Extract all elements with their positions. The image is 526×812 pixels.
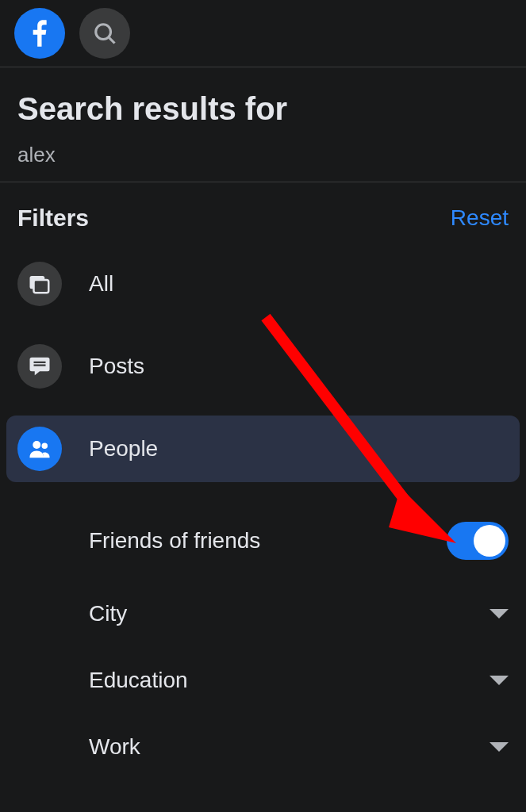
svg-rect-4 xyxy=(36,283,40,286)
sub-filter-city[interactable]: City xyxy=(17,580,509,647)
sub-filter-education[interactable]: Education xyxy=(17,647,509,714)
filter-item-people[interactable]: People xyxy=(6,416,520,482)
svg-rect-7 xyxy=(34,365,46,366)
svg-point-9 xyxy=(42,443,48,450)
sub-filter-label: City xyxy=(89,601,127,626)
svg-rect-6 xyxy=(34,362,46,363)
svg-point-0 xyxy=(96,25,111,40)
svg-point-8 xyxy=(33,441,40,449)
filter-category-list: All Posts People xyxy=(0,247,526,501)
friends-of-friends-toggle[interactable] xyxy=(447,522,509,560)
chevron-down-icon xyxy=(490,742,509,752)
sub-filter-friends-of-friends: Friends of friends xyxy=(17,501,509,580)
toggle-handle xyxy=(474,525,505,557)
filter-item-posts[interactable]: Posts xyxy=(6,333,520,400)
facebook-icon xyxy=(24,17,56,49)
filter-item-all[interactable]: All xyxy=(6,251,520,317)
svg-line-1 xyxy=(109,38,115,44)
svg-rect-3 xyxy=(34,280,49,293)
top-bar xyxy=(0,0,526,67)
chevron-down-icon xyxy=(490,676,509,685)
filter-label: Posts xyxy=(89,354,144,379)
search-button[interactable] xyxy=(79,8,130,59)
sub-filter-label: Friends of friends xyxy=(89,528,260,553)
filter-label: People xyxy=(89,436,158,462)
svg-rect-5 xyxy=(36,287,45,289)
facebook-logo[interactable] xyxy=(14,8,65,59)
filters-title: Filters xyxy=(17,205,89,232)
filter-label: All xyxy=(89,271,113,297)
all-icon xyxy=(17,262,62,306)
sub-filter-label: Education xyxy=(89,668,188,693)
sub-filter-list: Friends of friends City Education Work xyxy=(0,501,526,780)
search-term: alex xyxy=(17,143,509,167)
sub-filter-label: Work xyxy=(89,734,140,760)
people-icon xyxy=(17,427,62,471)
chevron-down-icon xyxy=(490,609,509,619)
posts-icon xyxy=(17,344,62,389)
page-title: Search results for xyxy=(17,91,509,127)
filters-header: Filters Reset xyxy=(0,182,526,247)
header-section: Search results for alex xyxy=(0,67,526,182)
search-icon xyxy=(93,21,117,45)
sub-filter-work[interactable]: Work xyxy=(17,714,509,780)
reset-link[interactable]: Reset xyxy=(451,205,509,231)
